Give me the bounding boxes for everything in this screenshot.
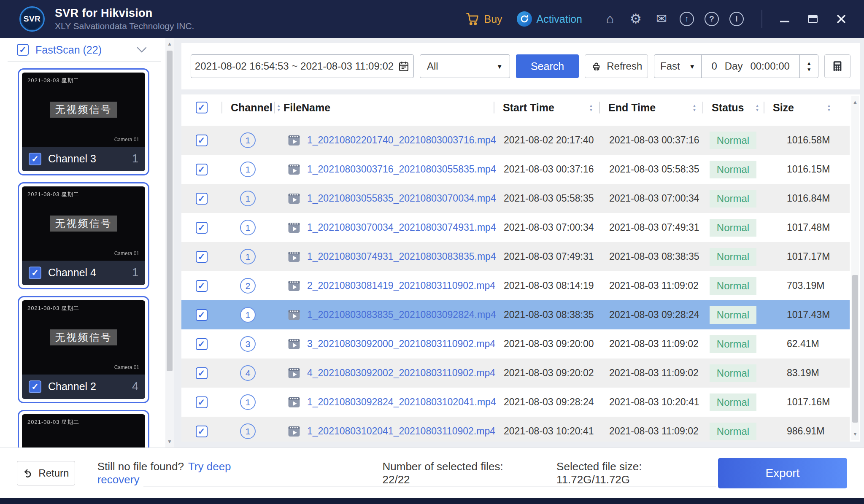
no-video-overlay: 无视频信号 xyxy=(50,216,117,232)
row-checkbox[interactable]: ✓ xyxy=(196,338,208,350)
refresh-label: Refresh xyxy=(607,60,642,72)
row-checkbox[interactable]: ✓ xyxy=(196,367,208,379)
about-icon[interactable]: i xyxy=(729,12,744,26)
scroll-up-icon[interactable]: ▲ xyxy=(165,39,174,49)
scroll-thumb[interactable] xyxy=(852,275,858,423)
activation-button[interactable]: Activation xyxy=(517,11,582,27)
row-checkbox[interactable]: ✓ xyxy=(196,135,208,146)
settings-icon[interactable]: ⚙ xyxy=(628,12,643,26)
column-start-time[interactable]: Start Time ▲▼ xyxy=(494,94,599,121)
table-row[interactable]: ✓ 1 xyxy=(181,388,850,417)
hint-text: Still no file found?Try deep recovery xyxy=(97,460,276,486)
channel-checkbox[interactable]: ✓ xyxy=(29,380,41,393)
table-row[interactable]: ✓ 4 xyxy=(181,358,850,388)
channel-card[interactable]: 2021-08-03 星期二 无视频信号 Camera 01 ✓ Channel… xyxy=(18,182,149,289)
column-channel[interactable]: Channel ▲▼ xyxy=(221,94,274,121)
channel-card[interactable]: 2021-08-03 星期二 无视频信号 Camera 01 ✓ Channel… xyxy=(18,296,149,403)
speed-select[interactable]: Fast ▼ xyxy=(654,55,702,78)
file-link[interactable]: 1_20210803055835_20210803070034.mp4 xyxy=(307,193,496,204)
table-row[interactable]: ✓ 3 xyxy=(181,329,850,358)
day-spinner[interactable]: 0 Day 00:00:00 xyxy=(702,55,799,78)
search-button[interactable]: Search xyxy=(516,54,579,78)
help-icon[interactable]: ? xyxy=(705,12,719,26)
row-checkbox[interactable]: ✓ xyxy=(196,193,208,205)
file-link[interactable]: 1_20210803070034_20210803074931.mp4 xyxy=(307,222,496,233)
date-range-input[interactable]: 2021-08-02 16:54:53 ~ 2021-08-03 11:09:0… xyxy=(191,54,414,78)
scroll-up-icon[interactable]: ▲ xyxy=(851,97,859,107)
activation-label: Activation xyxy=(537,13,582,25)
file-link[interactable]: 1_20210803003716_20210803055835.mp4 xyxy=(307,164,496,175)
table-scrollbar[interactable]: ▲ ▼ xyxy=(851,96,859,440)
column-filename[interactable]: FileName xyxy=(274,94,494,121)
file-link[interactable]: 1_20210803074931_20210803083835.mp4 xyxy=(307,251,496,262)
return-button[interactable]: Return xyxy=(17,461,75,485)
scroll-thumb[interactable] xyxy=(167,51,173,371)
main-area: ✓ FastScan (22) 2021-08-03 星期二 无视频信号 Cam… xyxy=(0,38,864,447)
row-checkbox[interactable]: ✓ xyxy=(196,309,208,321)
table-row[interactable]: ✓ 1 xyxy=(181,213,850,242)
table-row[interactable]: ✓ 1 xyxy=(181,300,850,329)
export-button[interactable]: Export xyxy=(718,458,847,488)
channel-card[interactable]: 2021-08-03 星期二 ✓ xyxy=(18,410,149,448)
maximize-button[interactable] xyxy=(808,15,818,23)
minimize-button[interactable] xyxy=(780,21,789,22)
channel-badge: 3 xyxy=(240,336,256,352)
chevron-down-icon[interactable] xyxy=(136,46,148,54)
file-link[interactable]: 3_20210803092000_20210803110902.mp4 xyxy=(307,338,495,350)
channel-checkbox[interactable]: ✓ xyxy=(29,267,41,279)
row-checkbox[interactable]: ✓ xyxy=(196,251,208,263)
file-link[interactable]: 2_20210803081419_20210803110902.mp4 xyxy=(307,280,495,291)
column-end-time[interactable]: End Time ▲▼ xyxy=(599,94,702,121)
channel-card-bar: ✓ Channel 3 1 xyxy=(22,147,145,171)
fastscan-label[interactable]: FastScan (22) xyxy=(35,44,102,56)
spinner-up-icon[interactable]: ▲ xyxy=(807,61,812,65)
content-area: 2021-08-02 16:54:53 ~ 2021-08-03 11:09:0… xyxy=(174,38,864,447)
row-checkbox[interactable]: ✓ xyxy=(196,222,208,234)
titlebar: SVR SVR for Hikvision XLY Salvationdata … xyxy=(0,0,864,38)
row-checkbox[interactable]: ✓ xyxy=(196,396,208,408)
table-row[interactable]: ✓ 2 xyxy=(181,271,850,300)
channel-card[interactable]: 2021-08-03 星期二 无视频信号 Camera 01 ✓ Channel… xyxy=(18,68,149,175)
sort-icon[interactable]: ▲▼ xyxy=(827,104,831,112)
feedback-icon[interactable]: ✉ xyxy=(654,12,669,26)
table-row[interactable]: ✓ 1 xyxy=(181,184,850,213)
channel-count: 1 xyxy=(132,152,138,165)
column-status[interactable]: Status ▲▼ xyxy=(702,94,764,121)
start-time-cell: 2021-08-03 05:58:35 xyxy=(494,193,599,204)
upgrade-icon[interactable]: ↑ xyxy=(680,12,694,26)
filter-select[interactable]: All ▼ xyxy=(420,54,510,78)
file-link[interactable]: 1_20210802201740_20210803003716.mp4 xyxy=(307,135,496,146)
buy-button[interactable]: Buy xyxy=(465,12,502,26)
sort-icon[interactable]: ▲▼ xyxy=(589,104,593,112)
close-button[interactable] xyxy=(836,14,846,24)
table-row[interactable]: ✓ 1 xyxy=(181,126,850,155)
select-all-checkbox[interactable]: ✓ xyxy=(196,102,208,113)
table-body: ✓ 1 xyxy=(181,121,850,442)
channel-badge: 1 xyxy=(240,423,256,439)
row-checkbox[interactable]: ✓ xyxy=(196,280,208,292)
fastscan-checkbox[interactable]: ✓ xyxy=(17,44,29,56)
row-checkbox[interactable]: ✓ xyxy=(196,426,208,437)
file-link[interactable]: 1_20210803083835_20210803092824.mp4 xyxy=(307,309,496,321)
table-row[interactable]: ✓ 1 xyxy=(181,155,850,184)
refresh-button[interactable]: Refresh xyxy=(585,54,648,78)
table-row[interactable]: ✓ 1 xyxy=(181,242,850,271)
scroll-down-icon[interactable]: ▼ xyxy=(851,429,859,439)
file-link[interactable]: 4_20210803092002_20210803110902.mp4 xyxy=(307,367,495,379)
row-checkbox[interactable]: ✓ xyxy=(196,164,208,175)
home-icon[interactable]: ⌂ xyxy=(602,12,618,26)
spinner-down-icon[interactable]: ▼ xyxy=(807,67,812,72)
sort-icon[interactable]: ▲▼ xyxy=(692,104,697,112)
calendar-icon[interactable] xyxy=(398,60,410,72)
file-link[interactable]: 1_20210803102041_20210803110902.mp4 xyxy=(307,426,495,437)
column-size[interactable]: Size ▲▼ xyxy=(764,94,834,121)
file-link[interactable]: 1_20210803092824_20210803102041.mp4 xyxy=(307,396,496,408)
scroll-down-icon[interactable]: ▼ xyxy=(165,437,174,447)
video-file-icon xyxy=(287,337,301,351)
video-file-icon xyxy=(287,250,301,264)
sidebar-scrollbar[interactable]: ▲ ▼ xyxy=(165,38,174,447)
table-row[interactable]: ✓ 1 xyxy=(181,417,850,442)
calculator-button[interactable] xyxy=(824,54,850,78)
channel-checkbox[interactable]: ✓ xyxy=(29,153,41,165)
sort-icon[interactable]: ▲▼ xyxy=(755,104,759,112)
